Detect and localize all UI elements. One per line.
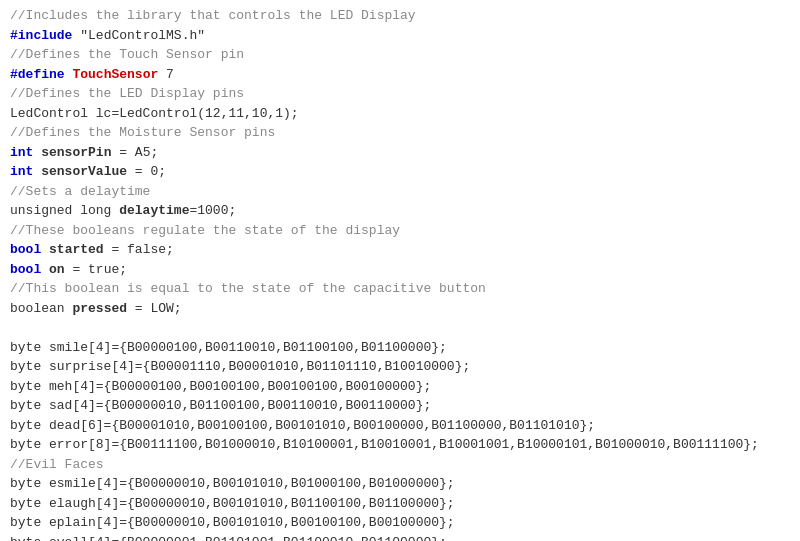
code-line: #define TouchSensor 7 — [10, 65, 790, 85]
code-editor: //Includes the library that controls the… — [0, 0, 800, 541]
code-line: byte sad[4]={B00000010,B01100100,B001100… — [10, 396, 790, 416]
code-line: byte smile[4]={B00000100,B00110010,B0110… — [10, 338, 790, 358]
code-line: LedControl lc=LedControl(12,11,10,1); — [10, 104, 790, 124]
code-line: byte eyell[4]={B00000001,B01101001,B0110… — [10, 533, 790, 542]
code-line: byte elaugh[4]={B00000010,B00101010,B011… — [10, 494, 790, 514]
code-line: byte meh[4]={B00000100,B00100100,B001001… — [10, 377, 790, 397]
code-line: //Defines the LED Display pins — [10, 84, 790, 104]
code-line: byte dead[6]={B00001010,B00100100,B00101… — [10, 416, 790, 436]
code-line: //Evil Faces — [10, 455, 790, 475]
code-line: int sensorValue = 0; — [10, 162, 790, 182]
code-line: //Sets a delaytime — [10, 182, 790, 202]
code-line: #include "LedControlMS.h" — [10, 26, 790, 46]
code-line: byte eplain[4]={B00000010,B00101010,B001… — [10, 513, 790, 533]
code-line: byte surprise[4]={B00001110,B00001010,B0… — [10, 357, 790, 377]
code-line: //These booleans regulate the state of t… — [10, 221, 790, 241]
code-line: unsigned long delaytime=1000; — [10, 201, 790, 221]
code-line: //Defines the Moisture Sensor pins — [10, 123, 790, 143]
code-line: bool started = false; — [10, 240, 790, 260]
code-line: //Defines the Touch Sensor pin — [10, 45, 790, 65]
code-line: byte esmile[4]={B00000010,B00101010,B010… — [10, 474, 790, 494]
code-line: //This boolean is equal to the state of … — [10, 279, 790, 299]
code-line: //Includes the library that controls the… — [10, 6, 790, 26]
code-line: bool on = true; — [10, 260, 790, 280]
code-line — [10, 318, 790, 338]
code-line: byte error[8]={B00111100,B01000010,B1010… — [10, 435, 790, 455]
code-line: int sensorPin = A5; — [10, 143, 790, 163]
code-line: boolean pressed = LOW; — [10, 299, 790, 319]
